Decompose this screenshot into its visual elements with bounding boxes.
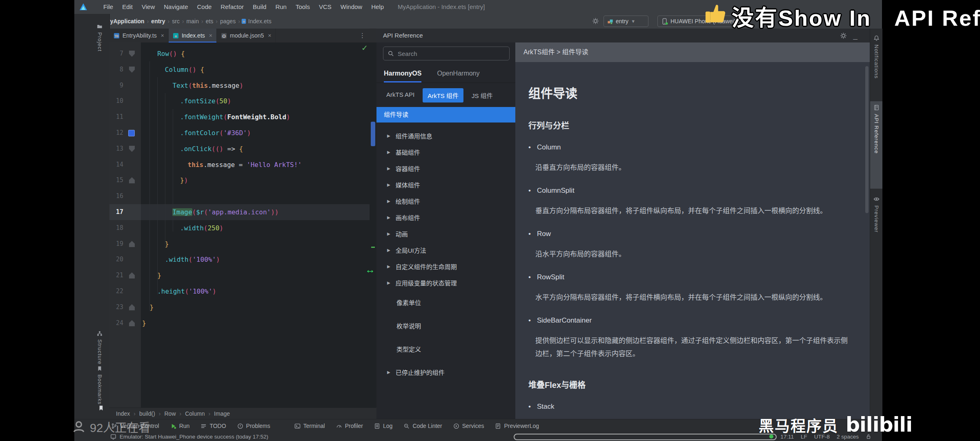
expand-arrow-icon[interactable]: ▶ (387, 134, 390, 138)
menu-build[interactable]: Build (248, 0, 271, 14)
gutter-row[interactable]: 10 (109, 93, 141, 109)
menu-vcs[interactable]: VCS (314, 0, 336, 14)
editor-scrollbar[interactable] (371, 122, 375, 146)
nav-item[interactable]: ▶媒体组件 (376, 176, 515, 193)
expand-arrow-icon[interactable]: ▶ (387, 232, 390, 236)
tool-button-terminal[interactable]: Terminal (294, 423, 325, 429)
nav-item[interactable]: ▶自定义组件的生命周期 (376, 258, 515, 274)
menu-tools[interactable]: Tools (291, 0, 314, 14)
breadcrumb-item[interactable]: src (170, 18, 181, 24)
fold-end-icon[interactable] (129, 272, 135, 278)
code-line[interactable]: .onClick(() => { (141, 141, 370, 157)
gutter-row[interactable]: 8 (109, 62, 141, 78)
tool-button-log[interactable]: Log (374, 423, 392, 429)
breadcrumb-item[interactable]: pages (218, 18, 237, 24)
nav-item[interactable]: ▶组件通用信息 (376, 127, 515, 144)
menu-refactor[interactable]: Refactor (216, 0, 248, 14)
tool-button-code-linter[interactable]: Code Linter (403, 423, 442, 429)
gutter-row[interactable]: 9 (109, 78, 141, 94)
code-line[interactable]: .fontWeight(FontWeight.Bold) (141, 109, 370, 125)
gutter-row[interactable]: 13 (109, 141, 141, 157)
tab-entryability-ts[interactable]: TSEntryAbility.ts× (109, 29, 169, 42)
editor-breadcrumb-item[interactable]: Index (116, 410, 130, 417)
expand-arrow-icon[interactable]: ▶ (387, 281, 390, 285)
expand-arrow-icon[interactable]: ▶ (387, 248, 390, 252)
tab-options-icon[interactable]: ⋮ (355, 29, 370, 42)
code-line[interactable]: } (141, 236, 370, 252)
menu-help[interactable]: Help (367, 0, 388, 14)
expand-arrow-icon[interactable]: ▶ (387, 183, 390, 187)
search-input[interactable]: Search (383, 47, 510, 60)
api-tab[interactable]: ArkTS API (381, 88, 419, 102)
editor-breadcrumb-item[interactable]: Column (185, 410, 205, 417)
gutter-row[interactable]: 15 (109, 172, 141, 188)
close-icon[interactable]: × (161, 32, 164, 39)
code-editor[interactable]: Row() {Column() {Text(this.message).font… (141, 42, 370, 408)
gutter-row[interactable]: 20 (109, 252, 141, 267)
tool-button-run[interactable]: Run (170, 423, 190, 429)
fold-end-icon[interactable] (129, 320, 135, 326)
tool-stripe-api-reference[interactable]: API Reference (870, 101, 882, 189)
code-line[interactable]: .fontSize(50) (141, 93, 370, 109)
settings-gear-icon[interactable] (592, 18, 599, 24)
nav-item[interactable]: ▶画布组件 (376, 209, 515, 225)
color-preview-swatch[interactable] (128, 130, 135, 136)
tool-stripe-bookmarks[interactable]: Bookmarks (92, 366, 107, 405)
fold-open-icon[interactable] (129, 146, 135, 152)
content-scrollbar[interactable] (865, 66, 869, 213)
nav-item[interactable]: 像素单位 (376, 291, 515, 314)
gutter-row[interactable]: 19 (109, 236, 141, 252)
panel-settings-gear-icon[interactable] (840, 32, 847, 39)
menu-file[interactable]: File (99, 0, 118, 14)
gutter-row[interactable]: 22 (109, 283, 141, 299)
code-line[interactable]: } (141, 267, 370, 283)
tool-button-services[interactable]: Services (453, 423, 484, 429)
code-line[interactable]: } (141, 299, 370, 315)
fold-end-icon[interactable] (129, 241, 135, 247)
api-tab[interactable]: ArkTS 组件 (423, 88, 463, 102)
editor-breadcrumb-item[interactable]: build() (139, 410, 155, 417)
code-line[interactable]: }) (141, 172, 370, 188)
expand-arrow-icon[interactable]: ▶ (387, 370, 390, 374)
code-line[interactable]: Row() { (141, 46, 370, 62)
breadcrumb-item[interactable]: ets (204, 18, 215, 24)
nav-item[interactable]: ▶绘制组件 (376, 193, 515, 209)
fold-end-icon[interactable] (129, 304, 135, 310)
fold-open-icon[interactable] (129, 67, 135, 73)
expand-arrow-icon[interactable]: ▶ (387, 215, 390, 220)
tool-button-previewerlog[interactable]: PreviewerLog (495, 423, 539, 429)
fold-open-icon[interactable] (129, 51, 135, 57)
code-line[interactable]: .width('100%') (141, 252, 370, 267)
expand-arrow-icon[interactable]: ▶ (387, 199, 390, 203)
breadcrumb-item[interactable]: main (185, 18, 200, 24)
tool-button-todo[interactable]: TODO (200, 423, 226, 429)
gutter-row[interactable]: 7 (109, 46, 141, 62)
breadcrumb-item[interactable]: MyApplication (104, 18, 146, 24)
nav-item-selected[interactable]: 组件导读 (376, 107, 515, 122)
fold-end-icon[interactable] (129, 177, 135, 183)
code-line[interactable]: Image($r('app.media.icon')) (141, 204, 370, 220)
code-line[interactable]: Text(this.message) (141, 78, 370, 94)
gutter-row[interactable]: 21 (109, 267, 141, 283)
gutter-row[interactable]: 24 (109, 315, 141, 331)
breadcrumb-item[interactable]: Index.ets (247, 18, 273, 24)
tab-module-json5[interactable]: {}module.json5× (217, 29, 276, 42)
tab-index-ets[interactable]: eIndex.ets× (169, 29, 217, 42)
menu-window[interactable]: Window (336, 0, 367, 14)
code-line[interactable]: .width(250) (141, 220, 370, 236)
video-progress-pill[interactable] (514, 434, 777, 440)
code-line[interactable]: } (141, 315, 370, 331)
editor-breadcrumb-item[interactable]: Image (214, 410, 230, 417)
expand-arrow-icon[interactable]: ▶ (387, 166, 390, 171)
gutter-row[interactable]: 16 (109, 188, 141, 204)
module-selector[interactable]: entry ▼ (604, 16, 648, 27)
gutter-row[interactable]: 11 (109, 109, 141, 125)
bookmark-flag-icon[interactable] (98, 405, 104, 411)
gutter-row[interactable]: 14 (109, 157, 141, 173)
menu-edit[interactable]: Edit (118, 0, 137, 14)
nav-item[interactable]: ▶基础组件 (376, 144, 515, 160)
nav-item[interactable]: ▶动画 (376, 225, 515, 242)
close-icon[interactable]: × (209, 32, 212, 39)
gutter-row[interactable]: 18 (109, 220, 141, 236)
code-line[interactable]: Column() { (141, 62, 370, 78)
